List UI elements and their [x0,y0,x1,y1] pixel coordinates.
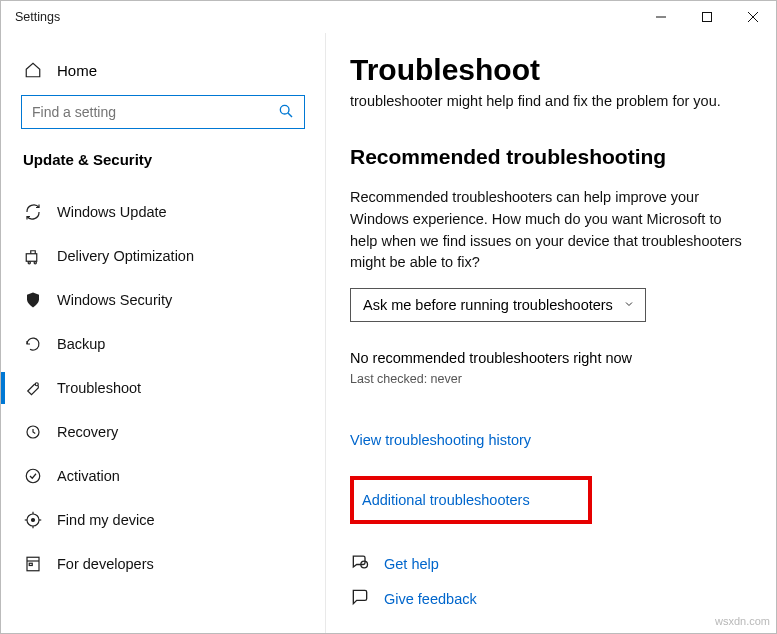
backup-icon [23,335,43,353]
home-label: Home [57,62,97,79]
recommended-description: Recommended troubleshooters can help imp… [350,187,752,274]
location-icon [23,511,43,529]
give-feedback-label: Give feedback [384,591,477,607]
section-title: Recommended troubleshooting [350,145,752,169]
sidebar-item-label: Backup [57,336,105,352]
shield-icon [23,291,43,309]
sidebar-item-label: Recovery [57,424,118,440]
sync-icon [23,203,43,221]
sidebar-item-label: Troubleshoot [57,380,141,396]
maximize-button[interactable] [684,1,730,33]
sidebar-item-backup[interactable]: Backup [1,322,325,366]
sidebar-item-activation[interactable]: Activation [1,454,325,498]
chat-icon [350,552,370,575]
search-input[interactable] [21,95,305,129]
sidebar-item-label: Activation [57,468,120,484]
svg-point-8 [34,262,36,264]
svg-point-11 [26,469,40,483]
troubleshoot-preference-dropdown[interactable]: Ask me before running troubleshooters [350,288,646,322]
additional-troubleshooters-highlight: Additional troubleshooters [350,476,592,524]
sidebar-item-label: Windows Update [57,204,167,220]
sidebar: Home Update & Security Windows Update De… [1,33,326,633]
minimize-button[interactable] [638,1,684,33]
titlebar: Settings [1,1,776,33]
sidebar-item-label: Delivery Optimization [57,248,194,264]
developers-icon [23,555,43,573]
recovery-icon [23,423,43,441]
additional-troubleshooters-link[interactable]: Additional troubleshooters [362,492,530,508]
give-feedback-row[interactable]: Give feedback [350,587,752,610]
svg-line-5 [288,113,292,117]
home-icon [23,61,43,79]
sidebar-item-label: Windows Security [57,292,172,308]
sidebar-item-label: Find my device [57,512,155,528]
svg-point-13 [32,519,35,522]
sidebar-item-recovery[interactable]: Recovery [1,410,325,454]
check-circle-icon [23,467,43,485]
delivery-icon [23,247,43,265]
sidebar-item-windows-update[interactable]: Windows Update [1,190,325,234]
dropdown-value: Ask me before running troubleshooters [363,297,613,313]
wrench-icon [23,379,43,397]
no-recommended-text: No recommended troubleshooters right now [350,350,752,366]
get-help-label: Get help [384,556,439,572]
close-button[interactable] [730,1,776,33]
content-area: Troubleshoot troubleshooter might help f… [326,33,776,633]
sidebar-item-for-developers[interactable]: For developers [1,542,325,586]
sidebar-item-find-my-device[interactable]: Find my device [1,498,325,542]
get-help-row[interactable]: Get help [350,552,752,575]
svg-rect-6 [26,254,37,262]
svg-point-4 [280,105,289,114]
home-link[interactable]: Home [1,55,325,95]
intro-text: troubleshooter might help find and fix t… [350,93,752,109]
sidebar-item-troubleshoot[interactable]: Troubleshoot [1,366,325,410]
last-checked-text: Last checked: never [350,372,752,386]
search-field[interactable] [32,104,278,120]
sidebar-item-label: For developers [57,556,154,572]
svg-point-7 [28,262,30,264]
chevron-down-icon [623,297,635,313]
page-title: Troubleshoot [350,53,752,87]
sidebar-item-windows-security[interactable]: Windows Security [1,278,325,322]
svg-point-9 [35,383,38,386]
svg-rect-20 [29,563,32,565]
view-history-link[interactable]: View troubleshooting history [350,432,752,448]
feedback-icon [350,587,370,610]
sidebar-item-delivery-optimization[interactable]: Delivery Optimization [1,234,325,278]
search-icon [278,103,294,122]
watermark: wsxdn.com [715,615,770,627]
sidebar-group-title: Update & Security [1,151,325,190]
svg-rect-1 [703,13,712,22]
window-title: Settings [15,10,60,24]
